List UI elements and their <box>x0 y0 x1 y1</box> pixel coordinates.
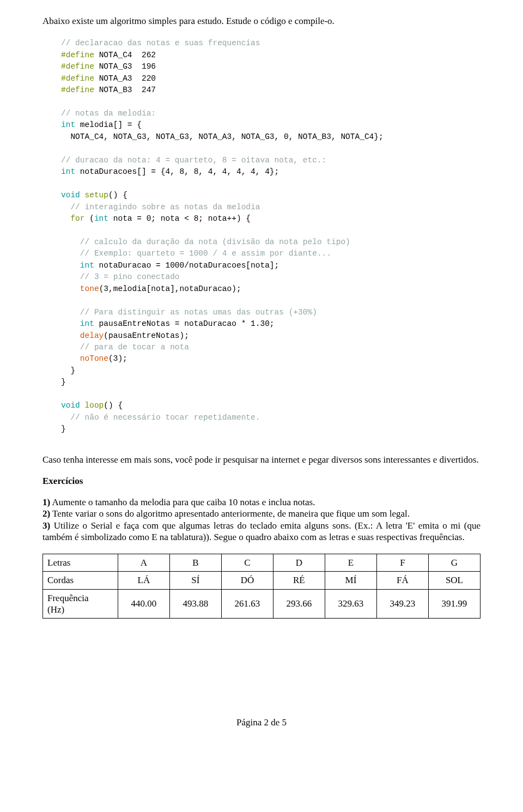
table-cell: 493.88 <box>169 589 221 619</box>
code-text: nota = 0; nota < 8; nota++) { <box>108 214 251 223</box>
setup-fn: setup <box>85 191 109 199</box>
code-text: () { <box>108 191 127 199</box>
table-cell: C <box>221 554 273 572</box>
table-cell: Frequência (Hz) <box>43 589 118 619</box>
delay-fn: delay <box>61 331 104 340</box>
table-cell: A <box>118 554 169 572</box>
type-keyword: int <box>61 261 94 270</box>
code-sample: // declaracao das notas e suas frequenci… <box>61 38 481 435</box>
table-cell: Letras <box>43 554 118 572</box>
table-cell: 349.23 <box>376 589 428 619</box>
void-keyword: void <box>61 401 80 410</box>
exercise-3-number: 3) <box>42 520 50 531</box>
code-text: (3); <box>108 354 127 363</box>
code-comment: // notas da melodia: <box>61 109 156 118</box>
table-cell: LÁ <box>118 572 169 589</box>
define-keyword: #define <box>61 51 94 59</box>
table-cell: 261.63 <box>221 589 273 619</box>
exercise-list: 1) Aumente o tamanho da melodia para que… <box>42 496 481 543</box>
type-keyword: int <box>61 120 75 129</box>
table-cell: G <box>428 554 480 572</box>
code-text: } <box>61 378 66 386</box>
table-row: Letras A B C D E F G <box>43 554 481 572</box>
type-keyword: int <box>61 319 94 328</box>
table-cell: SOL <box>428 572 480 589</box>
table-cell: FÁ <box>376 572 428 589</box>
code-text: NOTA_C4, NOTA_G3, NOTA_G3, NOTA_A3, NOTA… <box>61 132 384 141</box>
for-keyword: for <box>61 214 85 223</box>
code-comment: // interagindo sobre as notas da melodia <box>61 203 260 211</box>
type-keyword: int <box>94 214 108 223</box>
code-comment: // duracao da nota: 4 = quarteto, 8 = oi… <box>61 156 326 165</box>
table-row: Frequência (Hz) 440.00 493.88 261.63 293… <box>43 589 481 619</box>
code-comment: // não é necessário tocar repetidamente. <box>61 413 260 422</box>
table-cell: D <box>273 554 325 572</box>
code-comment: // 3 = pino conectado <box>61 272 180 281</box>
table-cell: SÍ <box>169 572 221 589</box>
notes-table: Letras A B C D E F G Cordas LÁ SÍ DÓ RÉ … <box>42 554 481 619</box>
intro-paragraph: Abaixo existe um algoritmo simples para … <box>42 15 481 27</box>
code-text: NOTA_G3 196 <box>99 62 156 71</box>
exercicios-heading: Exercícios <box>42 475 481 487</box>
exercise-1-number: 1) <box>42 497 50 507</box>
code-comment: // calculo da duração da nota (divisão d… <box>61 238 350 246</box>
table-cell: 440.00 <box>118 589 169 619</box>
page-footer: Página 2 de 5 <box>42 717 481 728</box>
paragraph-sons: Caso tenha interesse em mais sons, você … <box>42 454 481 465</box>
define-keyword: #define <box>61 74 94 83</box>
table-cell: 293.66 <box>273 589 325 619</box>
code-text: notaDuracoes[] = {4, 8, 8, 4, 4, 4, 4, 4… <box>75 167 279 176</box>
tone-fn: tone <box>61 284 99 293</box>
code-text: NOTA_B3 247 <box>99 86 156 94</box>
code-comment: // Exemplo: quarteto = 1000 / 4 e assim … <box>61 249 331 258</box>
exercise-2-number: 2) <box>42 508 50 519</box>
loop-fn: loop <box>85 401 104 410</box>
table-cell: MÍ <box>325 572 376 589</box>
table-cell: 329.63 <box>325 589 376 619</box>
exercise-1-text: Aumente o tamanho da melodia para que ca… <box>50 497 315 507</box>
define-keyword: #define <box>61 62 94 71</box>
code-text: () { <box>104 401 123 410</box>
table-cell: E <box>325 554 376 572</box>
exercise-3-text: Utilize o Serial e faça com que algumas … <box>42 520 481 542</box>
code-comment: // declaracao das notas e suas frequenci… <box>61 39 260 47</box>
code-text: } <box>61 366 75 375</box>
notone-fn: noTone <box>61 354 108 363</box>
code-comment: // Para distinguir as notas umas das out… <box>61 308 317 317</box>
define-keyword: #define <box>61 86 94 94</box>
code-text: } <box>61 425 66 433</box>
table-cell: 391.99 <box>428 589 480 619</box>
code-text: pausaEntreNotas = notaDuracao * 1.30; <box>94 319 275 328</box>
table-cell: RÉ <box>273 572 325 589</box>
table-cell: Cordas <box>43 572 118 589</box>
code-text: (3,melodia[nota],notaDuracao); <box>99 284 241 293</box>
code-text: melodia[] = { <box>75 120 142 129</box>
table-row: Cordas LÁ SÍ DÓ RÉ MÍ FÁ SOL <box>43 572 481 589</box>
code-text: NOTA_C4 262 <box>99 51 156 59</box>
code-text: NOTA_A3 220 <box>99 74 156 83</box>
code-text: notaDuracao = 1000/notaDuracoes[nota]; <box>94 261 279 270</box>
table-cell: F <box>376 554 428 572</box>
type-keyword: int <box>61 167 75 176</box>
table-cell: DÓ <box>221 572 273 589</box>
table-cell: B <box>169 554 221 572</box>
exercise-2-text: Tente variar o sons do algoritmo apresen… <box>50 508 410 519</box>
code-text: (pausaEntreNotas); <box>104 331 189 340</box>
code-comment: // para de tocar a nota <box>61 343 189 352</box>
void-keyword: void <box>61 191 80 199</box>
code-text: ( <box>85 214 94 223</box>
